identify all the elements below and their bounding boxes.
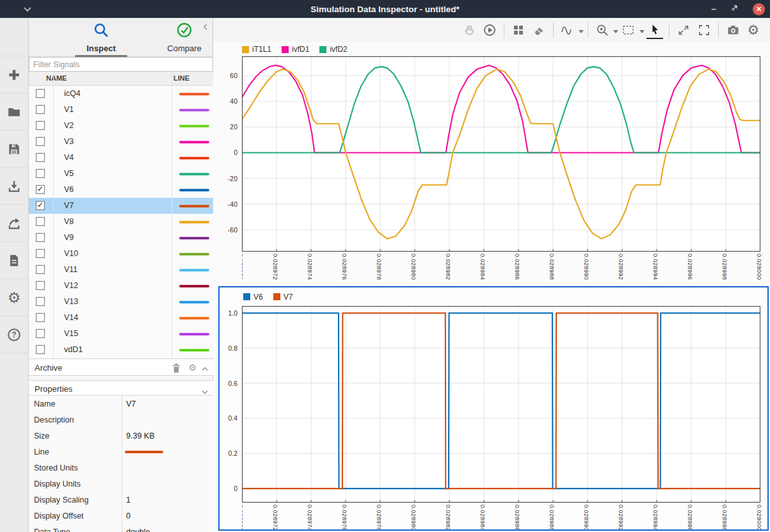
signal-checkbox[interactable]	[36, 297, 45, 306]
arrow-cursor-icon[interactable]	[646, 21, 663, 39]
pan-hand-icon[interactable]	[461, 22, 477, 38]
signal-row[interactable]: V5	[29, 166, 213, 182]
signal-row[interactable]: V12	[29, 278, 213, 294]
signal-row[interactable]: icQ4	[29, 86, 213, 102]
y-tick-label: 1.0	[228, 309, 237, 317]
top-plot-area[interactable]	[242, 56, 760, 252]
signal-row[interactable]: V9	[29, 230, 213, 246]
signal-line-swatch[interactable]	[179, 237, 209, 239]
signal-line-swatch[interactable]	[179, 253, 209, 255]
signal-row[interactable]: vdD1	[29, 342, 213, 358]
signal-line-swatch[interactable]	[179, 109, 209, 111]
signal-row[interactable]: V8	[29, 214, 213, 230]
bottom-subplot-selected[interactable]: V6V7 1.00.80.60.40.20 0.0289700.0289720.…	[218, 286, 769, 531]
signal-line-swatch[interactable]	[179, 125, 209, 127]
top-subplot[interactable]: iT1L1ivfD1ivfD2 6040200-20-40-60 0.02897…	[213, 42, 770, 286]
x-tick-label: 0.028978	[376, 504, 383, 529]
restore-button[interactable]	[730, 3, 739, 15]
panel-collapse-chevron-left-icon[interactable]	[202, 22, 209, 33]
archive-bar[interactable]: Archive ⚙	[29, 359, 213, 376]
filter-signals-input[interactable]	[29, 57, 213, 72]
signal-row[interactable]: V4	[29, 150, 213, 166]
signal-wave-icon[interactable]	[559, 22, 576, 38]
signal-row[interactable]: V2	[29, 118, 213, 134]
signal-checkbox[interactable]	[36, 121, 45, 130]
settings-gear-icon[interactable]: ⚙	[745, 22, 762, 38]
expand-axes-icon[interactable]	[675, 22, 692, 38]
property-label: Size	[34, 431, 49, 440]
preferences-gear-icon[interactable]: ⚙	[0, 278, 28, 316]
signal-checkbox[interactable]	[36, 249, 45, 258]
replay-icon[interactable]	[481, 22, 498, 38]
signal-row[interactable]: ✓V7	[29, 198, 213, 214]
help-icon[interactable]: ?	[0, 316, 28, 353]
signal-checkbox[interactable]	[36, 105, 45, 114]
signal-line-swatch[interactable]	[179, 317, 209, 319]
dropdown-caret-icon[interactable]	[613, 24, 618, 36]
y-tick-label: 0	[234, 149, 237, 156]
archive-gear-icon[interactable]: ⚙	[188, 363, 197, 373]
save-icon[interactable]	[0, 130, 28, 167]
add-icon[interactable]	[0, 56, 28, 93]
trash-icon[interactable]	[172, 363, 181, 376]
signal-checkbox[interactable]	[36, 217, 45, 226]
tab-compare[interactable]: Compare	[149, 22, 220, 53]
signal-checkbox[interactable]: ✓	[36, 201, 45, 210]
signal-line-swatch[interactable]	[179, 189, 209, 191]
signal-line-swatch[interactable]	[179, 269, 209, 271]
signal-checkbox[interactable]	[36, 345, 45, 354]
report-icon[interactable]	[0, 241, 28, 278]
clear-subplots-eraser-icon[interactable]	[531, 22, 547, 38]
export-icon[interactable]	[0, 204, 28, 241]
bottom-plot-area[interactable]	[242, 306, 760, 503]
signal-checkbox[interactable]	[36, 329, 45, 338]
signal-row[interactable]: V11	[29, 262, 213, 278]
properties-header[interactable]: Properties	[29, 380, 213, 396]
x-tick-label: 0.028982	[445, 254, 452, 280]
dropdown-caret-icon[interactable]	[579, 24, 584, 36]
signal-checkbox[interactable]	[36, 137, 45, 146]
legend-label: ivfD2	[330, 45, 347, 54]
signal-line-swatch[interactable]	[179, 141, 209, 143]
signal-name: V7	[64, 201, 74, 210]
fit-to-view-icon[interactable]	[696, 22, 712, 38]
snapshot-camera-icon[interactable]	[725, 22, 741, 38]
signal-line-swatch[interactable]	[179, 93, 209, 95]
signal-line-swatch[interactable]	[179, 205, 209, 207]
archive-collapse-chevron-up-icon[interactable]	[201, 363, 209, 375]
select-region-icon[interactable]	[620, 22, 637, 38]
signal-checkbox[interactable]	[36, 281, 45, 290]
zoom-in-icon[interactable]	[594, 22, 611, 38]
signal-line-swatch[interactable]	[179, 221, 209, 223]
signal-checkbox[interactable]: ✓	[36, 185, 45, 194]
close-button[interactable]: ✕	[753, 3, 765, 15]
signal-line-swatch[interactable]	[179, 301, 209, 303]
open-folder-icon[interactable]	[0, 93, 28, 130]
signal-checkbox[interactable]	[36, 169, 45, 178]
magnifier-icon	[93, 29, 109, 40]
signal-row[interactable]: V10	[29, 246, 213, 262]
signal-checkbox[interactable]	[36, 153, 45, 162]
signal-line-swatch[interactable]	[179, 157, 209, 159]
signal-checkbox[interactable]	[36, 265, 45, 274]
import-icon[interactable]	[0, 167, 28, 204]
signal-checkbox[interactable]	[36, 89, 45, 98]
layout-grid-icon[interactable]	[510, 22, 527, 38]
signal-row[interactable]: V1	[29, 102, 213, 118]
signal-line-swatch[interactable]	[179, 173, 209, 175]
signal-row[interactable]: V14	[29, 310, 213, 326]
signal-checkbox[interactable]	[36, 313, 45, 322]
signal-row[interactable]: ✓V6	[29, 182, 213, 198]
tab-inspect[interactable]: Inspect	[66, 22, 136, 57]
signal-line-swatch[interactable]	[179, 349, 209, 351]
signal-checkbox[interactable]	[36, 233, 45, 242]
x-tick-label: 0.028980	[410, 504, 417, 529]
signal-line-swatch[interactable]	[179, 333, 209, 335]
dropdown-caret-icon[interactable]	[639, 24, 645, 36]
signal-row[interactable]: V15	[29, 326, 213, 342]
minimize-button[interactable]: –	[711, 6, 716, 12]
column-divider	[53, 72, 54, 358]
signal-line-swatch[interactable]	[179, 285, 209, 287]
signal-row[interactable]: V13	[29, 294, 213, 310]
signal-row[interactable]: V3	[29, 134, 213, 150]
